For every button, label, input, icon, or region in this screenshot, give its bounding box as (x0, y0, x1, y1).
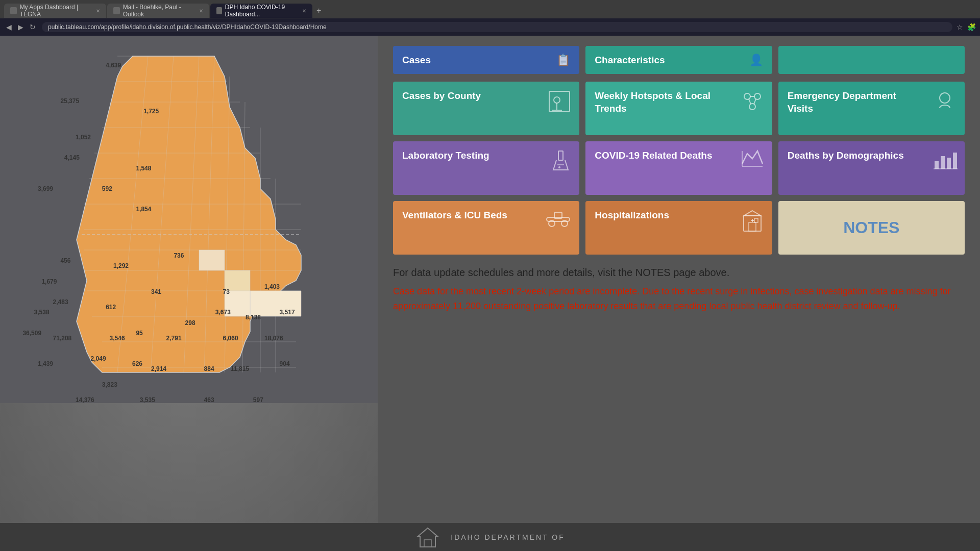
main-content: 4,639 25,375 1,725 1,052 4,145 1,548 3,6… (0, 36, 980, 551)
tab-close-3[interactable]: ✕ (302, 8, 306, 14)
tab-close-2[interactable]: ✕ (199, 8, 203, 14)
county-value-12: 736 (174, 252, 184, 259)
top-row-partial: Cases 📋 Characteristics 👤 (393, 46, 965, 74)
tab-close-1[interactable]: ✕ (96, 8, 100, 14)
tab-favicon-3 (216, 7, 222, 14)
back-button[interactable]: ◀ (4, 22, 14, 32)
card-weekly-hotspots[interactable]: Weekly Hotspots & Local Trends (585, 82, 772, 135)
tab-label-3: DPH Idaho COVID-19 Dashboard... (225, 4, 299, 18)
tab-tegna[interactable]: My Apps Dashboard | TEGNA ✕ (4, 4, 106, 18)
card-hospitalizations[interactable]: Hospitalizations (585, 201, 772, 255)
hospitalizations-icon (740, 208, 765, 238)
county-value-7: 3,699 (38, 185, 53, 192)
reload-button[interactable]: ↻ (28, 22, 38, 32)
county-value-27: 3,546 (110, 335, 125, 342)
svg-rect-38 (935, 161, 939, 169)
county-value-20: 298 (185, 319, 195, 327)
county-value-41: 463 (204, 396, 214, 404)
svg-rect-39 (941, 156, 945, 169)
card-covid-deaths[interactable]: COVID-19 Related Deaths (585, 141, 772, 195)
tab-bar: My Apps Dashboard | TEGNA ✕ Mail - Boehl… (0, 0, 980, 18)
card-cases-by-county[interactable]: Cases by County (393, 82, 579, 135)
card-deaths-demographics[interactable]: Deaths by Demographics (778, 141, 965, 195)
url-text: public.tableau.com/app/profile/idaho.div… (48, 23, 327, 31)
svg-point-27 (754, 93, 761, 99)
county-value-14: 341 (151, 288, 161, 295)
county-value-18: 73 (223, 288, 230, 295)
county-value-23: 3,517 (280, 309, 295, 316)
ventilators-icon (544, 208, 572, 233)
county-value-4: 1,052 (76, 134, 91, 141)
card-cases-label: Cases (402, 55, 431, 66)
card-notes-label: NOTES (843, 217, 899, 239)
tab-outlook[interactable]: Mail - Boehlke, Paul - Outlook ✕ (107, 4, 209, 18)
county-value-24: 36,509 (22, 330, 41, 337)
svg-rect-40 (947, 158, 951, 169)
svg-point-32 (940, 93, 950, 103)
svg-point-28 (749, 104, 755, 110)
tab-label-2: Mail - Boehlke, Paul - Outlook (123, 4, 196, 18)
county-value-40: 3,535 (140, 396, 155, 404)
svg-point-26 (744, 93, 750, 99)
footer-text: IDAHO DEPARTMENT OF (451, 533, 565, 541)
card-notes[interactable]: NOTES (778, 201, 965, 255)
card-ventilators[interactable]: Ventilators & ICU Beds (393, 201, 579, 255)
county-value-10: 456 (60, 257, 70, 264)
county-value-22: 8,138 (246, 314, 261, 321)
county-value-42: 597 (253, 396, 263, 404)
county-value-36: 11,815 (230, 365, 249, 372)
county-value-5: 4,145 (64, 154, 80, 161)
card-weekly-hotspots-label: Weekly Hotspots & Local Trends (595, 90, 713, 115)
svg-rect-54 (424, 540, 431, 547)
card-placeholder[interactable] (778, 46, 965, 74)
laboratory-testing-icon (549, 148, 572, 179)
card-characteristics-label: Characteristics (595, 55, 665, 66)
deaths-demographics-icon (932, 148, 958, 176)
forward-button[interactable]: ▶ (16, 22, 26, 32)
nav-buttons: ◀ ▶ ↻ (4, 22, 38, 32)
covid-deaths-icon (740, 148, 765, 173)
svg-point-25 (554, 97, 560, 103)
new-tab-button[interactable]: + (313, 6, 324, 15)
county-value-3: 1,725 (143, 108, 159, 115)
card-characteristics[interactable]: Characteristics 👤 (585, 46, 772, 74)
county-value-31: 1,439 (38, 360, 53, 367)
county-value-6: 1,548 (136, 165, 151, 172)
county-value-37: 904 (280, 360, 290, 367)
county-labels-container: 4,639 25,375 1,725 1,052 4,145 1,548 3,6… (0, 36, 378, 551)
card-emergency-dept[interactable]: Emergency Department Visits (778, 82, 965, 135)
bookmark-icon[interactable]: ☆ (957, 23, 963, 31)
svg-rect-47 (744, 216, 761, 231)
svg-marker-53 (418, 528, 438, 547)
tab-dph[interactable]: DPH Idaho COVID-19 Dashboard... ✕ (210, 4, 312, 18)
county-value-11: 1,292 (113, 262, 129, 269)
cases-icon: 📋 (556, 54, 570, 67)
county-value-8: 592 (102, 185, 112, 192)
svg-rect-33 (558, 151, 563, 160)
county-value-32: 2,049 (91, 355, 106, 362)
county-value-17: 612 (106, 304, 116, 311)
card-cases[interactable]: Cases 📋 (393, 46, 579, 74)
url-bar[interactable]: public.tableau.com/app/profile/idaho.div… (42, 22, 952, 32)
card-laboratory-testing-label: Laboratory Testing (402, 149, 520, 162)
extensions-icon[interactable]: 🧩 (967, 23, 976, 31)
map-section: 4,639 25,375 1,725 1,052 4,145 1,548 3,6… (0, 36, 378, 551)
address-bar: ◀ ▶ ↻ public.tableau.com/app/profile/ida… (0, 18, 980, 36)
tab-favicon-2 (113, 7, 120, 14)
url-actions: ☆ 🧩 (957, 23, 976, 31)
card-laboratory-testing[interactable]: Laboratory Testing (393, 141, 579, 195)
svg-rect-49 (749, 222, 756, 231)
county-value-38: 3,823 (102, 381, 117, 388)
info-section: For data update schedules and more detai… (393, 265, 965, 314)
characteristics-icon: 👤 (749, 54, 763, 67)
footer-logo-icon (415, 525, 440, 548)
info-warning-text: Case data for the most recent 2-week per… (393, 284, 965, 314)
county-value-35: 884 (204, 365, 214, 372)
county-value-25: 95 (136, 330, 142, 337)
county-value-34: 2,914 (151, 365, 166, 372)
county-value-15: 2,483 (53, 298, 68, 306)
county-value-19: 1,403 (264, 283, 280, 290)
county-value-39: 14,376 (76, 396, 94, 404)
svg-rect-50 (754, 218, 758, 222)
card-emergency-dept-label: Emergency Department Visits (788, 90, 905, 115)
